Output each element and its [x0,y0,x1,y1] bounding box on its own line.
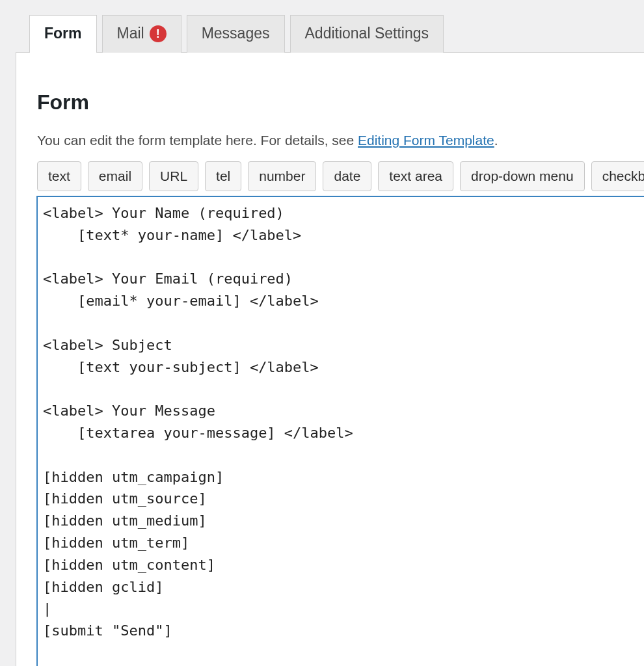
tab-messages[interactable]: Messages [187,15,285,53]
desc-text: You can edit the form template here. For… [37,133,358,148]
tag-textarea-button[interactable]: text area [378,161,453,191]
tag-checkbox-button[interactable]: checkb [591,161,644,191]
desc-suffix: . [494,133,498,148]
form-template-textarea[interactable] [37,196,644,666]
tab-label: Messages [202,25,270,42]
tab-mail[interactable]: Mail ! [102,15,181,53]
tag-dropdown-button[interactable]: drop-down menu [460,161,585,191]
tab-label: Additional Settings [305,25,429,42]
tag-url-button[interactable]: URL [149,161,198,191]
tag-tel-button[interactable]: tel [205,161,241,191]
tag-generator-row: text email URL tel number date text area… [37,161,644,191]
tag-date-button[interactable]: date [323,161,371,191]
tabs: Form Mail ! Messages Additional Settings [29,14,644,52]
form-panel: Form You can edit the form template here… [16,52,644,666]
tag-number-button[interactable]: number [248,161,316,191]
tag-text-button[interactable]: text [37,161,81,191]
panel-description: You can edit the form template here. For… [37,133,644,148]
tab-label: Mail [117,25,144,42]
tab-additional-settings[interactable]: Additional Settings [290,15,444,53]
tab-label: Form [44,25,82,42]
tab-form[interactable]: Form [29,15,97,53]
tag-email-button[interactable]: email [88,161,142,191]
panel-heading: Form [37,90,644,114]
alert-icon: ! [150,25,167,42]
desc-link[interactable]: Editing Form Template [358,133,494,148]
